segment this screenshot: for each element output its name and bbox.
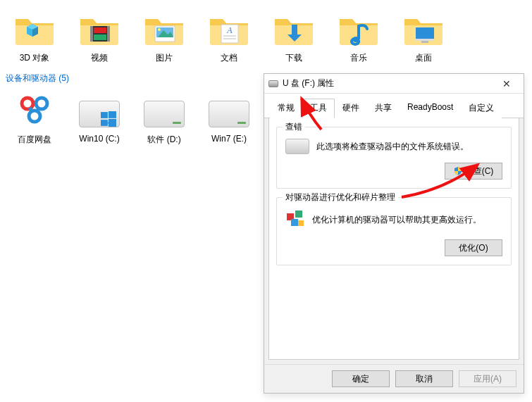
ok-button[interactable]: 确定 [332, 370, 390, 387]
folder-icon [273, 7, 315, 49]
folder-icon [78, 7, 120, 49]
properties-dialog: U 盘 (F:) 属性 ✕ 常规 工具 硬件 共享 ReadyBoost 自定义… [264, 73, 524, 394]
folder-label: 音乐 [327, 52, 390, 64]
drive-icon [143, 89, 185, 131]
svg-line-25 [30, 108, 32, 112]
folder-desktop[interactable]: 桌面 [392, 7, 455, 64]
check-button-label: 检查(C) [465, 165, 494, 177]
uac-shield-icon [454, 167, 462, 175]
tab-content: 查错 此选项将检查驱动器中的文件系统错误。 检查(C) [268, 118, 519, 360]
drive-icon [208, 89, 250, 131]
drive-label: Win10 (C:) [68, 134, 131, 144]
svg-rect-21 [421, 41, 428, 43]
svg-rect-33 [291, 219, 298, 226]
error-check-desc: 此选项将检查驱动器中的文件系统错误。 [316, 141, 502, 153]
defrag-group: 对驱动器进行优化和碎片整理 优化计算机的驱动器可以帮助其更高效运行。 优化(O) [276, 197, 512, 265]
svg-rect-34 [298, 220, 304, 226]
folder-documents[interactable]: A 文档 [197, 7, 261, 64]
drive-label: 百度网盘 [3, 134, 66, 146]
tab-customize[interactable]: 自定义 [461, 99, 502, 118]
folder-label: 视频 [68, 52, 131, 64]
tab-sharing[interactable]: 共享 [367, 99, 400, 118]
svg-rect-29 [101, 120, 108, 126]
drive-icon [285, 139, 309, 154]
folder-music[interactable]: 音乐 [327, 7, 390, 64]
titlebar[interactable]: U 盘 (F:) 属性 ✕ [264, 74, 524, 94]
cancel-button[interactable]: 取消 [395, 370, 453, 387]
svg-rect-4 [90, 26, 93, 42]
close-button[interactable]: ✕ [493, 75, 521, 92]
folder-label: 下载 [262, 52, 326, 64]
folder-downloads[interactable]: 下载 [262, 7, 326, 64]
tab-strip: 常规 工具 硬件 共享 ReadyBoost 自定义 [264, 94, 524, 118]
svg-line-26 [37, 108, 39, 112]
folder-icon [13, 7, 56, 49]
optimize-button-label: 优化(O) [459, 242, 488, 254]
folder-label: 桌面 [392, 52, 455, 64]
svg-rect-20 [416, 39, 434, 41]
dialog-button-bar: 确定 取消 应用(A) [264, 364, 524, 393]
tab-readyboost[interactable]: ReadyBoost [400, 99, 461, 118]
svg-rect-32 [295, 211, 302, 218]
svg-rect-6 [94, 27, 106, 33]
svg-rect-7 [94, 34, 106, 40]
svg-rect-28 [109, 111, 116, 118]
user-folders-row: 3D 对象 视频 [3, 7, 532, 70]
folder-icon [338, 7, 380, 49]
drive-icon [78, 89, 120, 131]
drive-label: 软件 (D:) [132, 134, 196, 146]
dialog-title: U 盘 (F:) 属性 [283, 77, 493, 89]
svg-point-18 [352, 37, 359, 42]
folder-videos[interactable]: 视频 [68, 7, 131, 64]
svg-text:A: A [226, 25, 233, 35]
folder-3d-objects[interactable]: 3D 对象 [3, 7, 66, 64]
defrag-icon [285, 209, 305, 231]
svg-rect-5 [107, 26, 110, 42]
folder-icon [143, 7, 185, 49]
error-check-group: 查错 此选项将检查驱动器中的文件系统错误。 检查(C) [276, 127, 512, 189]
folder-label: 3D 对象 [3, 52, 66, 64]
folder-icon [402, 7, 445, 49]
tab-hardware[interactable]: 硬件 [335, 99, 367, 118]
folder-label: 图片 [132, 52, 196, 64]
drive-e[interactable]: Win7 (E:) [197, 89, 261, 146]
tab-general[interactable]: 常规 [270, 99, 302, 118]
tab-tools[interactable]: 工具 [302, 99, 335, 118]
optimize-button[interactable]: 优化(O) [445, 239, 502, 256]
drive-c[interactable]: Win10 (C:) [68, 89, 131, 146]
check-button[interactable]: 检查(C) [445, 163, 502, 180]
drive-small-icon [268, 80, 278, 87]
svg-rect-19 [416, 27, 434, 39]
svg-rect-30 [109, 119, 116, 127]
drive-d[interactable]: 软件 (D:) [132, 89, 196, 146]
svg-point-11 [158, 28, 161, 31]
folder-label: 文档 [197, 52, 261, 64]
folder-pictures[interactable]: 图片 [132, 7, 196, 64]
group-legend: 对驱动器进行优化和碎片整理 [283, 191, 398, 203]
defrag-desc: 优化计算机的驱动器可以帮助其更高效运行。 [312, 214, 502, 226]
svg-rect-27 [101, 112, 108, 118]
apply-button[interactable]: 应用(A) [459, 370, 516, 387]
drive-baidu[interactable]: 百度网盘 [3, 89, 66, 146]
baidu-icon [13, 89, 56, 131]
folder-icon: A [208, 7, 250, 49]
svg-rect-16 [292, 25, 297, 34]
group-legend: 查错 [283, 121, 305, 133]
drive-label: Win7 (E:) [197, 134, 261, 144]
